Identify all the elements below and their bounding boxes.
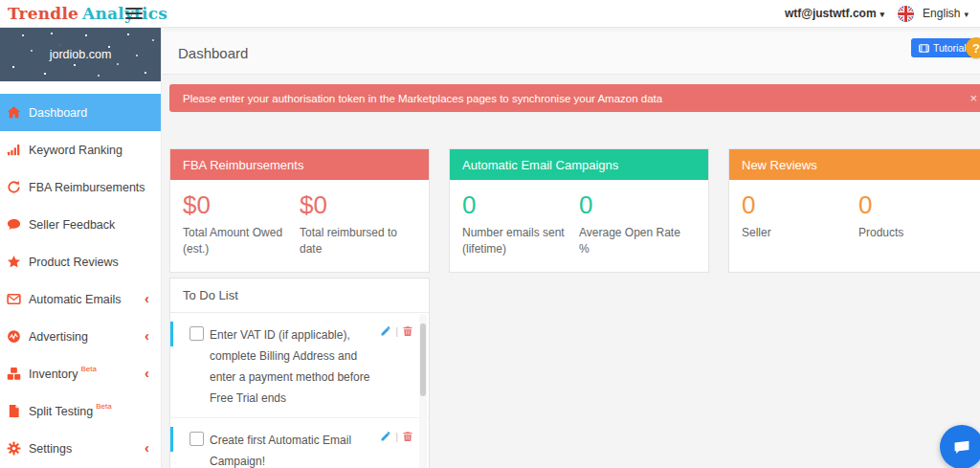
inventory-boxes-icon	[7, 367, 21, 381]
todo-item: Create first Automatic Email Campaign! |	[170, 418, 429, 468]
sidebar-item-label: Settings	[29, 442, 72, 456]
advertising-pulse-icon	[7, 329, 21, 344]
card-header: FBA Reimbursements	[170, 149, 429, 180]
beta-badge: Beta	[80, 365, 96, 373]
todo-checkbox[interactable]	[189, 432, 204, 446]
logo-text-trendle: Trendle	[8, 4, 78, 23]
stat-label: Average Open Rate %	[579, 225, 696, 257]
user-account-dropdown[interactable]: wtf@justwtf.com ▾	[785, 7, 884, 20]
refund-undo-icon	[7, 180, 21, 194]
top-navbar: TrendleAnalytics wtf@justwtf.com ▾ Engli…	[0, 0, 980, 28]
sidebar-item-label: Keyword Ranking	[29, 144, 122, 157]
help-button[interactable]: ?	[966, 37, 980, 58]
stat-label: Seller	[742, 225, 858, 241]
todo-list-card: To Do List Enter VAT ID (if applicable),…	[169, 278, 430, 468]
todo-item-text: Enter VAT ID (if applicable), complete B…	[210, 324, 384, 409]
split-testing-file-icon	[7, 404, 21, 418]
todo-checkbox[interactable]	[189, 326, 204, 341]
stat-label: Total Amount Owed (est.)	[183, 225, 300, 257]
stat-value: 0	[579, 192, 696, 218]
uk-flag-icon	[898, 6, 914, 22]
language-dropdown[interactable]: English ▾	[923, 7, 969, 20]
sidebar-item-dashboard[interactable]: Dashboard	[0, 94, 161, 131]
card-body: 0 Number emails sent (lifetime) 0 Averag…	[450, 180, 708, 272]
sidebar-item-label: FBA Reimbursements	[29, 181, 145, 194]
todo-accent-bar	[170, 427, 173, 452]
card-title: Automatic Email Campaigns	[462, 158, 618, 172]
stat-value: 0	[858, 192, 975, 218]
stat-total-amount-owed: $0 Total Amount Owed (est.)	[183, 192, 300, 257]
chevron-left-icon: ‹	[145, 366, 149, 380]
stat-label: Number emails sent (lifetime)	[462, 225, 579, 257]
sidebar-item-automatic-emails[interactable]: Automatic Emails ‹	[0, 280, 161, 318]
chevron-left-icon: ‹	[145, 291, 149, 305]
sidebar-item-label: Seller Feedback	[29, 218, 115, 232]
sidebar-item-label: Split Testing	[29, 405, 93, 418]
card-header: New Reviews	[729, 149, 980, 180]
beta-badge: Beta	[96, 402, 111, 411]
caret-down-icon: ▾	[880, 10, 885, 19]
chat-launcher-button[interactable]	[940, 425, 980, 468]
todo-item-text: Create first Automatic Email Campaign!	[210, 430, 384, 468]
language-label: English	[923, 7, 960, 20]
sidebar-item-label: Advertising	[29, 330, 88, 344]
sidebar-item-settings[interactable]: Settings ‹	[0, 430, 161, 467]
sidebar-item-label: Dashboard	[29, 106, 87, 120]
site-name: jordiob.com	[50, 48, 112, 61]
comment-icon	[7, 217, 21, 232]
stat-total-reimbursed: $0 Total reimbursed to date	[300, 192, 416, 257]
menu-toggle-icon[interactable]	[125, 8, 143, 20]
delete-trash-icon[interactable]	[402, 325, 413, 337]
question-mark-icon: ?	[972, 41, 980, 56]
stat-product-reviews: 0 Products	[858, 192, 975, 241]
sidebar-item-split-testing[interactable]: Split Testing Beta	[0, 392, 161, 430]
action-divider: |	[395, 325, 398, 337]
todo-accent-bar	[170, 322, 173, 346]
fba-reimbursements-card: FBA Reimbursements $0 Total Amount Owed …	[169, 148, 430, 273]
chevron-left-icon: ‹	[145, 328, 149, 343]
todo-list-title: To Do List	[183, 288, 238, 302]
bar-chart-icon	[7, 143, 21, 157]
edit-pencil-icon[interactable]	[380, 325, 391, 337]
topbar-right-group: wtf@justwtf.com ▾ English ▾	[785, 6, 980, 22]
sidebar: jordiob.com Dashboard Keyword Ranking	[0, 27, 162, 468]
content-header: Dashboard	[161, 32, 980, 75]
tutorial-button[interactable]: Tutorial	[911, 38, 974, 57]
sidebar-item-keyword-ranking[interactable]: Keyword Ranking	[0, 131, 161, 168]
stat-emails-sent: 0 Number emails sent (lifetime)	[462, 192, 579, 257]
envelope-icon	[7, 292, 21, 306]
home-icon	[7, 105, 21, 120]
app-logo[interactable]: TrendleAnalytics	[8, 4, 167, 23]
delete-trash-icon[interactable]	[402, 431, 413, 442]
close-icon[interactable]: ×	[969, 92, 977, 104]
chat-bubble-icon	[951, 436, 972, 457]
sidebar-item-inventory[interactable]: Inventory Beta ‹	[0, 355, 161, 392]
todo-scrollbar-thumb[interactable]	[420, 323, 426, 396]
card-title: FBA Reimbursements	[183, 158, 303, 172]
auth-token-alert: Please enter your authorisation token in…	[169, 84, 980, 112]
sidebar-item-product-reviews[interactable]: Product Reviews	[0, 243, 161, 280]
todo-item-actions: |	[380, 325, 413, 337]
stat-cards-row: FBA Reimbursements $0 Total Amount Owed …	[169, 148, 980, 273]
stat-open-rate: 0 Average Open Rate %	[579, 192, 696, 257]
stat-label: Total reimbursed to date	[300, 225, 416, 257]
automatic-email-campaigns-card: Automatic Email Campaigns 0 Number email…	[449, 148, 709, 273]
todo-list-header: To Do List	[170, 279, 429, 313]
sidebar-item-seller-feedback[interactable]: Seller Feedback	[0, 206, 161, 243]
stat-seller-reviews: 0 Seller	[742, 192, 858, 241]
user-email: wtf@justwtf.com	[785, 7, 877, 20]
todo-item-actions: |	[380, 431, 413, 442]
sidebar-item-label: Automatic Emails	[29, 293, 122, 306]
chevron-left-icon: ‹	[145, 440, 149, 455]
edit-pencil-icon[interactable]	[380, 431, 391, 442]
stat-value: $0	[300, 192, 416, 218]
main-content: Dashboard Tutorial ? Please enter your a…	[161, 27, 980, 468]
gear-icon	[7, 441, 21, 456]
sidebar-site-header: jordiob.com	[0, 27, 161, 81]
star-icon	[7, 255, 21, 269]
sidebar-item-advertising[interactable]: Advertising ‹	[0, 318, 161, 355]
tutorial-button-label: Tutorial	[933, 42, 967, 54]
todo-item: Enter VAT ID (if applicable), complete B…	[170, 313, 429, 418]
sidebar-item-fba-reimbursements[interactable]: FBA Reimbursements	[0, 168, 161, 206]
caret-down-icon: ▾	[964, 10, 969, 19]
